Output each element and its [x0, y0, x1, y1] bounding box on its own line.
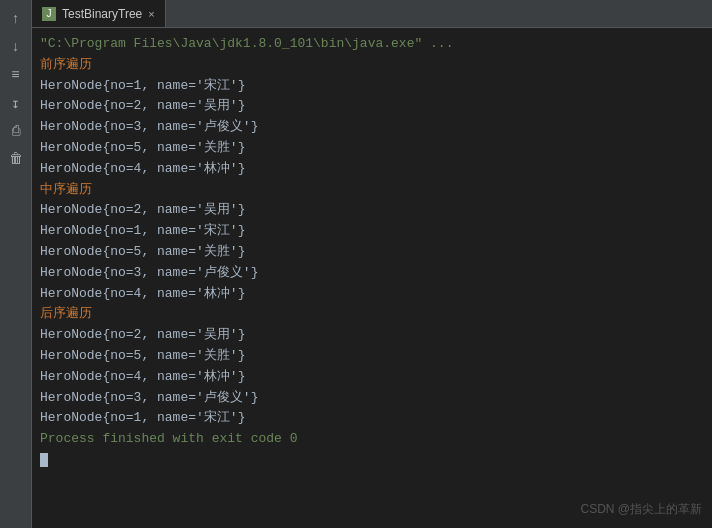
console-line: HeroNode{no=1, name='宋江'} [40, 408, 704, 429]
tab-testbinarytree[interactable]: J TestBinaryTree × [32, 0, 166, 27]
soft-wrap-button[interactable]: ≡ [5, 64, 27, 86]
console-line: Process finished with exit code 0 [40, 429, 704, 450]
console-line: HeroNode{no=1, name='宋江'} [40, 76, 704, 97]
console-line: HeroNode{no=2, name='吴用'} [40, 325, 704, 346]
console-line: "C:\Program Files\Java\jdk1.8.0_101\bin\… [40, 34, 704, 55]
console-line: HeroNode{no=5, name='关胜'} [40, 346, 704, 367]
console-line: 后序遍历 [40, 304, 704, 325]
console-line: HeroNode{no=5, name='关胜'} [40, 242, 704, 263]
console-line: HeroNode{no=2, name='吴用'} [40, 200, 704, 221]
console-line: HeroNode{no=3, name='卢俊义'} [40, 117, 704, 138]
console-line: HeroNode{no=4, name='林冲'} [40, 367, 704, 388]
console-line: HeroNode{no=2, name='吴用'} [40, 96, 704, 117]
console-line: 前序遍历 [40, 55, 704, 76]
tab-close-button[interactable]: × [148, 8, 154, 20]
left-toolbar: ↑ ↓ ≡ ↧ ⎙ 🗑 [0, 0, 32, 528]
console-line: HeroNode{no=4, name='林冲'} [40, 159, 704, 180]
tab-file-icon: J [42, 7, 56, 21]
scroll-end-button[interactable]: ↧ [5, 92, 27, 114]
clear-button[interactable]: 🗑 [5, 148, 27, 170]
main-area: J TestBinaryTree × "C:\Program Files\Jav… [32, 0, 712, 528]
watermark: CSDN @指尖上的革新 [580, 501, 702, 518]
console-line: 中序遍历 [40, 180, 704, 201]
console-line: HeroNode{no=5, name='关胜'} [40, 138, 704, 159]
console-line: HeroNode{no=3, name='卢俊义'} [40, 263, 704, 284]
tab-label: TestBinaryTree [62, 7, 142, 21]
console-line: HeroNode{no=3, name='卢俊义'} [40, 388, 704, 409]
tab-bar: J TestBinaryTree × [32, 0, 712, 28]
cursor-line [40, 450, 704, 471]
console-area[interactable]: "C:\Program Files\Java\jdk1.8.0_101\bin\… [32, 28, 712, 528]
scroll-down-button[interactable]: ↓ [5, 36, 27, 58]
console-line: HeroNode{no=4, name='林冲'} [40, 284, 704, 305]
text-cursor [40, 453, 48, 467]
print-button[interactable]: ⎙ [5, 120, 27, 142]
scroll-up-button[interactable]: ↑ [5, 8, 27, 30]
console-line: HeroNode{no=1, name='宋江'} [40, 221, 704, 242]
